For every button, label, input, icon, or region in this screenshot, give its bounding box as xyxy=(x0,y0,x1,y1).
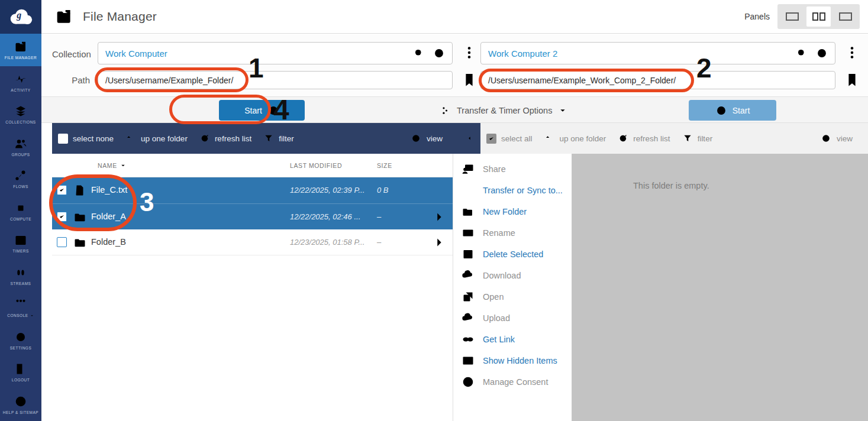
collection-input-left[interactable]: Work Computer xyxy=(98,42,453,64)
filter-button[interactable]: filter xyxy=(682,133,713,144)
row-checkbox-checked[interactable] xyxy=(57,212,67,222)
dual-panel-button[interactable] xyxy=(806,7,831,27)
filter-label: filter xyxy=(698,134,713,143)
sidebar-item-label: COLLECTIONS xyxy=(5,120,36,124)
row-checkbox-unchecked[interactable] xyxy=(57,237,67,247)
view-label: view xyxy=(837,134,853,143)
up-one-folder-icon xyxy=(125,133,136,144)
svg-text:g: g xyxy=(16,10,21,21)
sidebar-item-file-manager[interactable]: FILE MANAGER xyxy=(0,34,41,66)
up-one-folder-button[interactable]: up one folder xyxy=(544,133,606,144)
file-manager-icon xyxy=(14,40,28,54)
menu-item-rename[interactable]: Rename xyxy=(453,222,572,244)
link-chain-icon xyxy=(461,332,475,346)
view-button[interactable]: view xyxy=(820,132,853,144)
up-one-folder-button[interactable]: up one folder xyxy=(125,133,188,144)
view-button[interactable]: view xyxy=(410,132,443,144)
open-folder-chevron-icon[interactable] xyxy=(433,210,446,224)
sidebar-item-streams[interactable]: STREAMS xyxy=(0,260,41,292)
sidebar-item-label: STREAMS xyxy=(11,281,31,286)
select-none-button[interactable]: select none xyxy=(58,134,114,144)
menu-item-get-link[interactable]: Get Link xyxy=(453,329,572,350)
transfer-timer-options[interactable]: Transfer & Timer Options xyxy=(439,97,567,124)
filter-funnel-icon xyxy=(682,133,693,144)
options-label: Transfer & Timer Options xyxy=(457,106,552,115)
empty-folder-message: This folder is empty. xyxy=(633,181,709,190)
column-header-name[interactable]: NAME xyxy=(98,162,127,169)
single-panel-button[interactable] xyxy=(780,7,804,27)
table-row-folder-a[interactable]: Folder_A 12/22/2025, 02:46 ... – xyxy=(52,203,453,229)
start-transfer-right-button[interactable]: Start xyxy=(689,100,776,121)
filter-funnel-icon xyxy=(263,133,274,144)
menu-item-delete-selected[interactable]: Delete Selected xyxy=(453,244,572,265)
menu-item-show-hidden-items[interactable]: Show Hidden Items xyxy=(453,350,572,371)
clear-collection-icon[interactable] xyxy=(433,47,445,59)
menu-item-download[interactable]: Download xyxy=(453,265,572,286)
checkbox-indeterminate-icon[interactable] xyxy=(58,134,68,144)
bookmark-icon-right[interactable] xyxy=(843,70,861,90)
search-icon[interactable] xyxy=(413,47,425,59)
menu-item-upload[interactable]: Upload xyxy=(453,307,572,329)
column-header-size[interactable]: SIZE xyxy=(377,162,392,169)
refresh-icon xyxy=(618,133,628,144)
open-external-icon xyxy=(461,290,475,304)
refresh-list-button[interactable]: refresh list xyxy=(618,133,670,144)
sidebar-item-timers[interactable]: TIMERS xyxy=(0,227,41,260)
filter-button[interactable]: filter xyxy=(263,133,294,144)
bookmark-icon-left[interactable] xyxy=(460,70,478,90)
menu-item-transfer-or-sync[interactable]: Transfer or Sync to... xyxy=(453,180,572,201)
sidebar-item-console[interactable]: CONSOLE xyxy=(0,292,41,324)
sidebar-item-settings[interactable]: SETTINGS xyxy=(0,324,41,357)
console-sliders-icon xyxy=(14,297,28,312)
table-row-folder-b[interactable]: Folder_B 12/23/2025, 01:58 P... – xyxy=(52,229,453,255)
table-row-file-c[interactable]: File_C.txt 12/22/2025, 02:39 P... 0 B xyxy=(52,177,453,203)
transfer-actions: Start Transfer & Timer Options Start xyxy=(41,96,868,123)
collections-layers-icon xyxy=(14,104,28,118)
collection-menu-left-icon[interactable] xyxy=(462,45,477,60)
open-folder-chevron-icon[interactable] xyxy=(433,236,446,249)
sidebar-item-activity[interactable]: ACTIVITY xyxy=(0,66,41,99)
timers-calendar-icon xyxy=(14,233,28,247)
sidebar-item-help-sitemap[interactable]: HELP & SITEMAP xyxy=(0,388,41,421)
row-checkbox-checked[interactable] xyxy=(57,185,67,195)
folder-size: – xyxy=(377,212,381,221)
checkbox-checked-icon[interactable] xyxy=(486,134,496,144)
collection-input-right[interactable]: Work Computer 2 xyxy=(480,42,835,64)
menu-item-open[interactable]: Open xyxy=(453,286,572,307)
menu-item-manage-consent[interactable]: Manage Consent xyxy=(453,371,572,393)
menu-item-new-folder[interactable]: New Folder xyxy=(453,201,572,222)
refresh-list-button[interactable]: refresh list xyxy=(199,133,251,144)
sidebar-item-groups[interactable]: GROUPS xyxy=(0,131,41,163)
play-circle-icon xyxy=(267,105,279,116)
file-manager-header-icon xyxy=(54,7,73,26)
list-header: NAME LAST MODIFIED SIZE xyxy=(52,154,453,177)
wide-panel-button[interactable] xyxy=(833,7,857,27)
globus-logo[interactable]: g xyxy=(0,0,41,34)
sidebar-item-compute[interactable]: COMPUTE xyxy=(0,195,41,228)
clear-collection-icon[interactable] xyxy=(816,47,828,59)
select-all-label: select all xyxy=(501,134,533,143)
sidebar-item-flows[interactable]: FLOWS xyxy=(0,163,41,195)
filter-label: filter xyxy=(279,134,294,143)
gear-icon xyxy=(14,330,28,344)
path-input-left[interactable]: /Users/username/Example_Folder/ xyxy=(98,71,453,89)
sidebar-item-collections[interactable]: COLLECTIONS xyxy=(0,98,41,131)
search-icon[interactable] xyxy=(796,47,808,59)
toolbar-left: select none up one folder refresh list f… xyxy=(52,123,480,154)
sidebar-item-label: SETTINGS xyxy=(10,346,32,350)
sidebar-item-label: CONSOLE xyxy=(7,313,28,318)
start-transfer-left-button[interactable]: Start xyxy=(219,100,305,121)
up-one-folder-label: up one folder xyxy=(141,134,188,143)
gear-icon xyxy=(410,132,422,144)
column-header-modified[interactable]: LAST MODIFIED xyxy=(290,162,342,169)
sidebar-item-label: FLOWS xyxy=(13,184,28,189)
sidebar-item-logout[interactable]: LOGOUT xyxy=(0,356,41,388)
collection-menu-right-icon[interactable] xyxy=(844,45,860,60)
sidebar: g FILE MANAGER ACTIVITY COLLECTIONS GROU… xyxy=(0,0,41,421)
path-value-left: /Users/username/Example_Folder/ xyxy=(105,76,233,85)
menu-item-share[interactable]: Share xyxy=(453,158,572,180)
select-all-button[interactable]: select all xyxy=(486,134,533,144)
sidebar-item-label: TIMERS xyxy=(12,249,29,253)
path-input-right[interactable]: /Users/username/Example_Work_Comp_2_Fold… xyxy=(480,71,835,89)
collapse-menu-icon[interactable] xyxy=(459,132,472,145)
